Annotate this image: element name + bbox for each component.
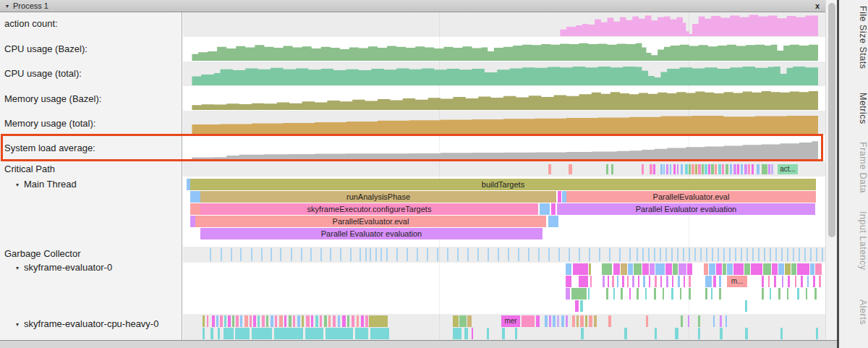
- trace-event-block[interactable]: [799, 248, 800, 261]
- trace-event-block[interactable]: [716, 263, 722, 275]
- trace-event-block[interactable]: [253, 315, 256, 327]
- trace-event-block[interactable]: [807, 276, 809, 287]
- trace-event-block[interactable]: [722, 164, 724, 174]
- trace-event-block[interactable]: [793, 248, 794, 261]
- trace-event-block[interactable]: [502, 328, 505, 339]
- trace-event-block[interactable]: [748, 164, 750, 174]
- sidebar-tab-input-latency[interactable]: Input Latency: [839, 211, 868, 271]
- trace-event-block[interactable]: [617, 276, 618, 287]
- trace-event-block[interactable]: [689, 248, 690, 261]
- trace-event-block[interactable]: [806, 288, 807, 300]
- trace-event-block[interactable]: [580, 300, 583, 312]
- trace-event-block[interactable]: [622, 276, 624, 287]
- trace-event-block[interactable]: [427, 248, 428, 261]
- trace-event-block[interactable]: [680, 288, 681, 300]
- trace-event-bar[interactable]: Parallel Evaluator evaluation: [200, 228, 542, 239]
- sidebar-tab-metrics[interactable]: Metrics: [839, 93, 868, 124]
- trace-event-block[interactable]: [207, 315, 208, 327]
- trace-event-block[interactable]: [698, 315, 700, 327]
- trace-event-block[interactable]: [553, 315, 556, 327]
- trace-event-block[interactable]: [224, 328, 234, 339]
- trace-event-block[interactable]: [695, 164, 697, 174]
- sidebar-tab-file-size-stats[interactable]: File Size Stats: [839, 6, 868, 69]
- trace-event-block[interactable]: [751, 263, 762, 275]
- trace-event-block[interactable]: [324, 315, 327, 327]
- trace-event-block[interactable]: [624, 328, 627, 339]
- trace-event-block[interactable]: [580, 315, 584, 327]
- trace-event-block[interactable]: [637, 288, 639, 300]
- trace-event-block[interactable]: [258, 315, 260, 327]
- trace-event-block[interactable]: [788, 276, 790, 287]
- trace-event-block[interactable]: [762, 164, 767, 174]
- collapse-arrow-icon[interactable]: ▾: [16, 265, 19, 271]
- trace-event-block[interactable]: [678, 276, 680, 287]
- trace-event-block[interactable]: [589, 263, 591, 275]
- trace-event-block[interactable]: [752, 248, 754, 261]
- counter-chart[interactable]: [183, 38, 825, 61]
- trace-event-block[interactable]: [608, 315, 611, 327]
- trace-event-block[interactable]: [190, 203, 200, 215]
- trace-event-block[interactable]: [735, 248, 736, 261]
- trace-event-block[interactable]: [221, 248, 222, 261]
- trace-event-block[interactable]: [447, 248, 448, 261]
- trace-event-block[interactable]: [737, 164, 739, 174]
- trace-event-block[interactable]: [291, 248, 292, 261]
- trace-event-block[interactable]: [315, 315, 318, 327]
- trace-event-block[interactable]: [637, 248, 638, 261]
- trace-event-block[interactable]: [522, 315, 535, 327]
- trace-event-block[interactable]: [338, 315, 340, 327]
- trace-event-block[interactable]: [216, 315, 218, 327]
- trace-event-block[interactable]: [689, 276, 691, 287]
- trace-event-block[interactable]: [814, 288, 817, 300]
- trace-event-block[interactable]: [588, 288, 590, 300]
- trace-event-block[interactable]: [203, 315, 205, 327]
- trace-event-block[interactable]: [672, 276, 673, 287]
- trace-event-block[interactable]: [797, 288, 799, 300]
- trace-event-block[interactable]: [719, 276, 721, 287]
- trace-event-block[interactable]: [795, 276, 796, 287]
- trace-event-block[interactable]: [719, 288, 721, 300]
- track-label[interactable]: ▾Main Thread: [0, 179, 181, 190]
- trace-event-block[interactable]: [758, 248, 760, 261]
- trace-event-block[interactable]: [235, 328, 250, 339]
- trace-event-block[interactable]: [538, 248, 540, 261]
- trace-event-block[interactable]: [801, 276, 803, 287]
- trace-event-block[interactable]: [350, 248, 352, 261]
- trace-event-block[interactable]: [498, 248, 499, 261]
- trace-event-block[interactable]: [810, 248, 812, 261]
- trace-event-block[interactable]: [375, 248, 377, 261]
- trace-event-block[interactable]: [210, 328, 213, 339]
- trace-event-bar[interactable]: Parallel Evaluator evaluation: [557, 203, 815, 215]
- trace-event-block[interactable]: [723, 263, 726, 275]
- trace-event-block[interactable]: [723, 248, 725, 261]
- trace-event-block[interactable]: [619, 248, 621, 261]
- trace-event-block[interactable]: [579, 276, 588, 287]
- trace-event-block[interactable]: [380, 248, 382, 261]
- trace-event-block[interactable]: [370, 328, 389, 339]
- vertical-scrollbar-thumb[interactable]: [828, 3, 835, 237]
- track-label[interactable]: ▾skyframe-evaluator-0: [0, 262, 181, 273]
- trace-event-block[interactable]: [643, 276, 645, 287]
- trace-event-block[interactable]: [698, 328, 700, 339]
- trace-event-block[interactable]: [551, 203, 556, 215]
- trace-event-block[interactable]: [772, 263, 778, 275]
- trace-event-block[interactable]: [650, 164, 652, 174]
- trace-event-block[interactable]: [407, 248, 408, 261]
- trace-event-block[interactable]: [437, 248, 438, 261]
- trace-event-block[interactable]: [787, 248, 788, 261]
- trace-event-block[interactable]: [464, 328, 468, 339]
- trace-event-block[interactable]: [733, 164, 736, 174]
- trace-event-block[interactable]: [355, 328, 368, 339]
- trace-event-block[interactable]: [548, 216, 558, 227]
- trace-event-block[interactable]: [705, 164, 707, 174]
- trace-event-block[interactable]: [671, 248, 673, 261]
- trace-event-block[interactable]: [240, 315, 242, 327]
- trace-event-block[interactable]: [653, 164, 655, 174]
- trace-event-block[interactable]: [762, 288, 764, 300]
- trace-event-block[interactable]: [569, 164, 572, 174]
- trace-event-block[interactable]: [545, 315, 548, 327]
- trace-event-block[interactable]: [671, 288, 673, 300]
- trace-event-block[interactable]: [203, 328, 205, 339]
- trace-event-block[interactable]: [655, 276, 657, 287]
- trace-event-block[interactable]: [244, 315, 248, 327]
